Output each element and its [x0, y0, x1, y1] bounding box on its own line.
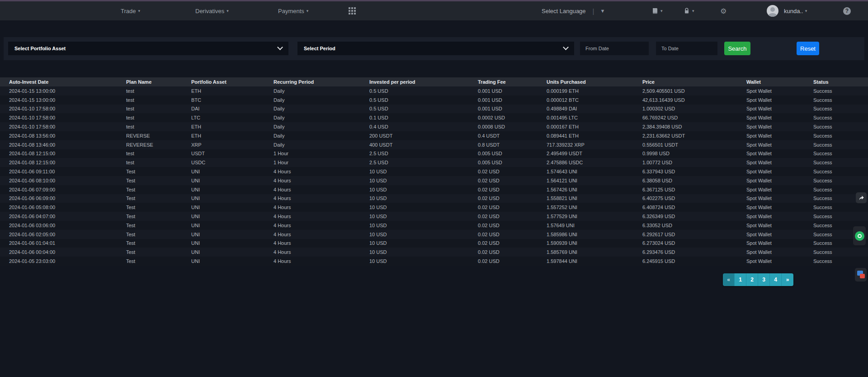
- col-auto-invest-date: Auto-Invest Date: [0, 77, 117, 86]
- table-cell: Spot Wallet: [737, 122, 804, 131]
- table-row: 2024-01-06 02:05:00TestUNI4 Hours10 USD0…: [0, 230, 868, 239]
- support-widget-button[interactable]: [853, 226, 866, 245]
- table-cell: 6.402275 USD: [633, 194, 737, 203]
- table-row: 2024-01-06 09:11:00TestUNI4 Hours10 USD0…: [0, 167, 868, 176]
- share-widget-button[interactable]: [856, 192, 867, 203]
- table-cell: test: [117, 158, 182, 167]
- table-cell: 0.02 USD: [469, 212, 538, 221]
- table-cell: 2024-01-06 01:04:01: [0, 239, 117, 248]
- table-cell: 2,384.39408 USD: [633, 122, 737, 131]
- pagination-prev-button[interactable]: «: [723, 273, 735, 286]
- table-cell: Daily: [264, 105, 360, 114]
- table-cell: 2024-01-10 17:58:00: [0, 122, 117, 131]
- to-date-input[interactable]: [656, 42, 717, 55]
- table-cell: UNI: [182, 248, 264, 257]
- table-cell: 2024-01-10 17:58:00: [0, 105, 117, 114]
- table-cell: 0.0002 USD: [469, 113, 538, 122]
- table-cell: Daily: [264, 86, 360, 95]
- table-cell: 2024-01-06 03:06:00: [0, 221, 117, 230]
- security-menu[interactable]: ▾: [683, 1, 694, 20]
- table-cell: 66.769242 USD: [633, 113, 737, 122]
- portfolio-asset-select[interactable]: Select Portfolio Asset: [8, 42, 288, 55]
- period-select[interactable]: Select Period: [297, 42, 574, 55]
- language-selector[interactable]: Select Language | ▼: [542, 1, 605, 20]
- table-cell: 1.557252 UNI: [538, 203, 633, 212]
- table-cell: 0.000012 BTC: [538, 95, 633, 105]
- reset-button[interactable]: Reset: [797, 42, 819, 55]
- table-cell: 2024-01-06 02:05:00: [0, 230, 117, 239]
- table-cell: Success: [804, 140, 868, 149]
- from-date-input[interactable]: [580, 42, 649, 55]
- gear-icon: ⚙: [720, 7, 726, 15]
- nav-payments-label: Payments: [278, 8, 304, 14]
- search-button[interactable]: Search: [724, 42, 750, 55]
- pagination-page-4[interactable]: 4: [770, 273, 782, 286]
- help-button[interactable]: ?: [843, 1, 851, 20]
- nav-trade[interactable]: Trade ▾: [121, 1, 140, 20]
- separator: |: [593, 7, 594, 15]
- nav-derivatives[interactable]: Derivatives ▾: [195, 1, 229, 20]
- table-cell: 1.577529 UNI: [538, 212, 633, 221]
- table-cell: Success: [804, 203, 868, 212]
- table-cell: 4 Hours: [264, 212, 360, 221]
- chevron-down-icon: ▾: [805, 9, 807, 13]
- table-cell: Spot Wallet: [737, 221, 804, 230]
- table-cell: Test: [117, 257, 182, 266]
- table-cell: 0.4 USD: [360, 122, 469, 131]
- pagination-page-2[interactable]: 2: [746, 273, 758, 286]
- chat-widget-button[interactable]: [855, 268, 867, 282]
- table-cell: 0.5 USD: [360, 86, 469, 95]
- apps-grid-icon[interactable]: [349, 1, 356, 20]
- table-cell: Success: [804, 95, 868, 105]
- table-row: 2024-01-15 13:00:00testETHDaily0.5 USD0.…: [0, 86, 868, 95]
- table-cell: 0.001 USD: [469, 95, 538, 105]
- table-cell: Spot Wallet: [737, 203, 804, 212]
- user-menu[interactable]: kunda.. ▾: [767, 1, 807, 20]
- table-cell: Spot Wallet: [737, 257, 804, 266]
- support-widget-glyph: [858, 234, 862, 238]
- table-cell: Spot Wallet: [737, 230, 804, 239]
- nav-derivatives-label: Derivatives: [195, 8, 224, 14]
- chevron-down-icon: ▾: [226, 9, 229, 13]
- table-cell: 4 Hours: [264, 167, 360, 176]
- table-cell: 1.558821 UNI: [538, 194, 633, 203]
- table-cell: 0.8 USDT: [469, 140, 538, 149]
- chevron-down-icon: ▾: [692, 9, 694, 13]
- nav-trade-label: Trade: [121, 8, 136, 14]
- nav-payments[interactable]: Payments ▾: [278, 1, 308, 20]
- table-cell: Spot Wallet: [737, 113, 804, 122]
- col-units-purchased: Units Purchased: [538, 77, 633, 86]
- pagination-page-3[interactable]: 3: [758, 273, 770, 286]
- table-cell: 2024-01-06 04:07:00: [0, 212, 117, 221]
- orders-menu[interactable]: ▾: [651, 1, 663, 20]
- table-cell: UNI: [182, 194, 264, 203]
- table-cell: Test: [117, 176, 182, 185]
- table-cell: 0.5 USD: [360, 105, 469, 114]
- table-row: 2024-01-10 17:58:00testDAIDaily0.5 USD0.…: [0, 105, 868, 114]
- table-cell: DAI: [182, 105, 264, 114]
- table-cell: 0.02 USD: [469, 203, 538, 212]
- table-cell: 0.02 USD: [469, 194, 538, 203]
- table-cell: 4 Hours: [264, 239, 360, 248]
- pagination-next-button[interactable]: »: [782, 273, 793, 286]
- table-cell: 1.585986 UNI: [538, 230, 633, 239]
- col-price: Price: [633, 77, 737, 86]
- table-cell: 2.5 USD: [360, 149, 469, 158]
- table-cell: Spot Wallet: [737, 140, 804, 149]
- table-cell: 2.495499 USDT: [538, 149, 633, 158]
- table-cell: 0.02 USD: [469, 257, 538, 266]
- table-cell: 6.326349 USD: [633, 212, 737, 221]
- table-row: 2024-01-06 03:06:00TestUNI4 Hours10 USD0…: [0, 221, 868, 230]
- table-cell: Spot Wallet: [737, 185, 804, 194]
- table-cell: 0.000199 ETH: [538, 86, 633, 95]
- table-row: 2024-01-06 00:04:00TestUNI4 Hours10 USD0…: [0, 248, 868, 257]
- chevron-down-icon: [277, 44, 283, 50]
- table-cell: 0.02 USD: [469, 176, 538, 185]
- pagination-page-1[interactable]: 1: [735, 273, 746, 286]
- settings-button[interactable]: ⚙: [720, 1, 726, 20]
- table-cell: 0.000167 ETH: [538, 122, 633, 131]
- share-arrow-icon: [858, 195, 865, 201]
- table-cell: Test: [117, 203, 182, 212]
- table-cell: XRP: [182, 140, 264, 149]
- table-cell: 2024-01-08 12:15:00: [0, 158, 117, 167]
